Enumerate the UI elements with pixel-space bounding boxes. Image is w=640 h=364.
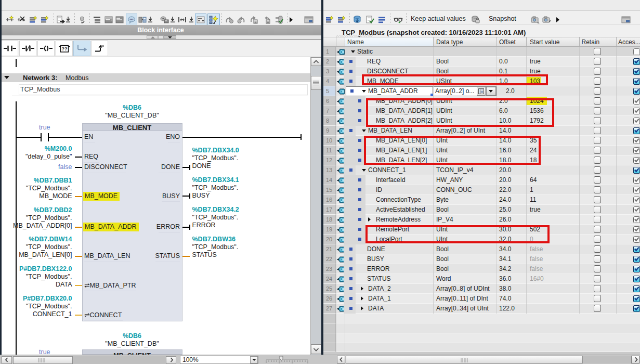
svg-text:??: ?? [62, 46, 68, 51]
